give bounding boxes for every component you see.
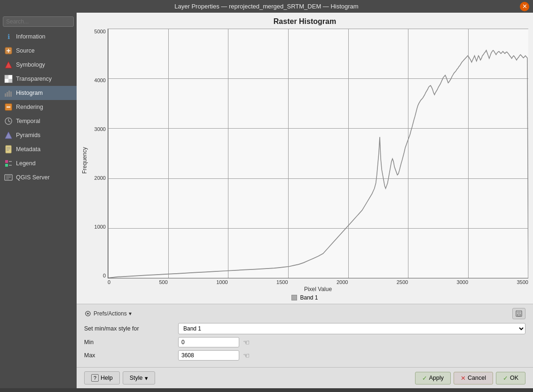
svg-rect-34: [517, 311, 521, 313]
sidebar-item-qgis-server[interactable]: QGIS Server: [0, 170, 77, 184]
histogram-plot: [108, 29, 528, 278]
svg-rect-5: [5, 75, 8, 79]
temporal-icon: [4, 116, 13, 126]
min-pick-button[interactable]: ☜: [243, 338, 250, 347]
max-pick-button[interactable]: ☜: [243, 351, 250, 360]
legend-icon: [4, 159, 13, 168]
footer: ? Help Style ▾ ✓ Apply ✕ Cancel ✓: [77, 367, 533, 388]
svg-rect-24: [5, 164, 8, 167]
qgis-server-icon: [4, 173, 13, 182]
histogram-icon: [4, 88, 13, 98]
transparency-icon: [4, 74, 13, 84]
save-button[interactable]: [512, 308, 525, 319]
y-axis-label: Frequency: [81, 29, 88, 292]
legend-label-band1: Band 1: [300, 294, 318, 301]
rendering-icon: [4, 102, 13, 112]
sidebar-item-symbology[interactable]: Symbology: [0, 58, 77, 72]
sidebar-item-rendering[interactable]: Rendering: [0, 100, 77, 114]
set-minmax-row: Set min/max style for Band 1: [84, 323, 525, 334]
prefs-actions-link[interactable]: Prefs/Actions ▾: [84, 310, 132, 317]
band-select[interactable]: Band 1: [178, 323, 525, 334]
chart-title: Raster Histogram: [274, 17, 336, 26]
histogram-svg: [108, 29, 528, 278]
controls-area: Prefs/Actions ▾ Set min/max style for Ba…: [77, 304, 533, 367]
svg-rect-9: [5, 93, 6, 97]
ok-button[interactable]: ✓ OK: [496, 372, 525, 384]
window-title: Layer Properties — reprojected_merged_SR…: [174, 3, 358, 10]
save-icon: [516, 310, 522, 317]
svg-line-17: [8, 121, 10, 122]
x-axis-label: Pixel Value: [108, 286, 528, 292]
min-row: Min ☜: [84, 337, 525, 347]
sidebar-item-transparency[interactable]: Transparency: [0, 72, 77, 86]
sidebar-item-pyramids[interactable]: Pyramids: [0, 128, 77, 142]
max-label: Max: [84, 352, 178, 359]
svg-rect-12: [10, 92, 12, 97]
symbology-icon: [4, 60, 13, 69]
metadata-icon: [4, 145, 13, 154]
sidebar-item-legend[interactable]: Legend: [0, 156, 77, 170]
svg-marker-3: [5, 61, 12, 68]
apply-checkmark-icon: ✓: [422, 375, 427, 382]
svg-rect-6: [8, 79, 12, 83]
sidebar-item-source[interactable]: Source: [0, 44, 77, 58]
svg-point-32: [87, 313, 89, 315]
prefs-icon: [84, 310, 92, 317]
source-icon: [4, 46, 13, 55]
help-icon: ?: [91, 374, 99, 382]
svg-rect-7: [8, 75, 12, 79]
svg-rect-8: [5, 79, 8, 83]
max-input[interactable]: [178, 350, 239, 361]
max-row: Max ☜: [84, 350, 525, 361]
information-icon: ℹ: [4, 32, 13, 41]
content-area: Raster Histogram Frequency 5000 4000 300…: [77, 13, 533, 388]
style-button[interactable]: Style ▾: [123, 371, 155, 384]
close-button[interactable]: ✕: [520, 2, 529, 11]
svg-rect-10: [7, 92, 8, 97]
chart-area: Raster Histogram Frequency 5000 4000 300…: [77, 13, 533, 304]
sidebar-item-metadata[interactable]: Metadata: [0, 142, 77, 156]
svg-rect-35: [517, 314, 520, 316]
min-input[interactable]: [178, 337, 239, 347]
title-bar: Layer Properties — reprojected_merged_SR…: [0, 0, 533, 13]
svg-rect-11: [8, 91, 10, 97]
sidebar-item-histogram[interactable]: Histogram: [0, 86, 77, 100]
sidebar-item-temporal[interactable]: Temporal: [0, 114, 77, 128]
search-input[interactable]: [3, 16, 74, 27]
apply-button[interactable]: ✓ Apply: [415, 372, 451, 384]
ok-checkmark-icon: ✓: [503, 375, 508, 382]
legend-color-band1: [291, 295, 297, 300]
svg-marker-18: [5, 132, 12, 138]
cancel-cross-icon: ✕: [461, 375, 466, 382]
svg-rect-19: [6, 146, 11, 153]
min-label: Min: [84, 339, 178, 346]
chart-legend: Band 1: [291, 294, 318, 301]
svg-rect-23: [5, 160, 8, 163]
x-axis-row: 0 500 1000 1500 2000 2500 3000 3500: [89, 278, 528, 285]
sidebar-item-information[interactable]: ℹ Information: [0, 30, 77, 44]
pyramids-icon: [4, 131, 13, 140]
cancel-button[interactable]: ✕ Cancel: [454, 372, 493, 384]
help-button[interactable]: ? Help: [84, 371, 120, 384]
y-axis-ticks: 5000 4000 3000 2000 1000 0: [89, 29, 108, 278]
set-minmax-label: Set min/max style for: [84, 325, 178, 332]
sidebar: ℹ Information Source Symbology Transpare…: [0, 13, 77, 388]
